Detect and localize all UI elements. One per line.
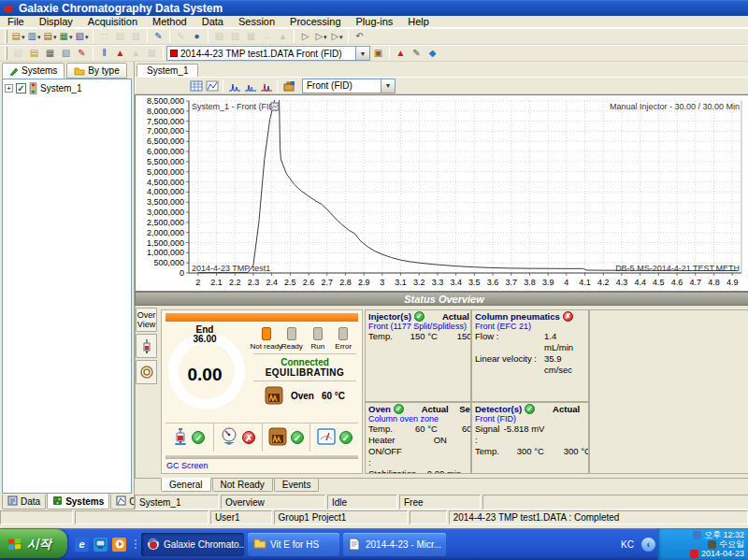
network-icon[interactable] [693, 531, 701, 539]
show-table-button[interactable] [188, 79, 204, 93]
svg-text:DB-5 MS-2014-4-21 TEST.METH: DB-5 MS-2014-4-21 TEST.METH [615, 264, 740, 273]
menu-display[interactable]: Display [32, 16, 80, 28]
tray-chevron-icon[interactable]: ‹ [641, 538, 655, 552]
statusbar-cell: Free [399, 495, 481, 510]
overlay-chromatograms-button[interactable]: ‖ [96, 46, 112, 61]
toolbar-grip[interactable] [5, 47, 7, 60]
overview-side-tab[interactable]: Over View [136, 308, 157, 332]
edit-pen-button[interactable]: ✎ [151, 29, 166, 44]
tab-systems[interactable]: Systems [2, 63, 65, 79]
svg-text:3.6: 3.6 [487, 278, 499, 287]
menu-file[interactable]: File [0, 16, 32, 28]
document-icon [349, 538, 362, 551]
svg-text:4.4: 4.4 [634, 278, 646, 287]
data-properties-button[interactable]: ▣ [370, 46, 386, 61]
row-setpoint: 60 °C [438, 424, 471, 435]
detector-selector[interactable]: Front (FID) ▼ [302, 79, 396, 93]
toolbar-grip[interactable] [5, 30, 7, 43]
oven-icon [268, 427, 287, 448]
explore-3d-button[interactable]: ◆ [424, 46, 440, 61]
menu-acquisition[interactable]: Acquisition [80, 16, 145, 28]
overlay-chromatogram-button[interactable] [242, 79, 258, 93]
single-chromatogram-button[interactable] [226, 79, 242, 93]
injector-side-tab[interactable] [136, 334, 157, 358]
svg-text:4.1: 4.1 [579, 278, 591, 287]
taskbar-task-galaxie-chromato-[interactable]: Galaxie Chromato... [141, 533, 244, 556]
show-chart-button[interactable] [204, 79, 220, 93]
chromatogram-plot[interactable]: 0500,0001,000,0001,500,0002,000,0002,500… [136, 95, 748, 291]
media-player-icon[interactable] [112, 538, 126, 552]
gc-module-signal-dial[interactable]: ✓ [310, 424, 358, 452]
row-actual: 150 °C [393, 331, 438, 342]
menu-plugins[interactable]: Plug-ins [349, 16, 401, 28]
gc-module-pressure-gauge[interactable]: ✗ [214, 424, 263, 452]
row-setpoint: 300 °C [544, 446, 589, 457]
lock-method-button[interactable]: ▦▾ [58, 29, 74, 44]
compare-chromatograms-button[interactable]: ▲ [112, 46, 128, 61]
row-value: 35.9 cm/sec [544, 353, 585, 376]
open-method-button[interactable]: ▤▾ [42, 29, 58, 44]
calculator-button[interactable]: ▦ [42, 46, 58, 61]
svg-text:Manual Injector - 30.00 / 30.0: Manual Injector - 30.00 / 30.00 Min [610, 102, 740, 111]
security-shield-icon[interactable] [690, 550, 698, 558]
status-tab-events[interactable]: Events [274, 479, 320, 492]
system1-checkbox[interactable]: ✓ [16, 83, 26, 93]
status-tab-not-ready[interactable]: Not Ready [212, 479, 273, 492]
taskbar-task-vit-e-for-hs[interactable]: Vit E for HS [248, 533, 339, 556]
expander-icon[interactable]: + [5, 84, 13, 93]
injector-header: Injector(s)✓ActualSetpoint [368, 311, 468, 322]
desktop-icon[interactable] [94, 538, 108, 552]
gc-module-oven[interactable]: ✓ [263, 424, 311, 452]
status-tab-general[interactable]: General [161, 478, 211, 492]
edit-report-button[interactable]: ▤ [26, 46, 42, 61]
chart-properties-button[interactable] [280, 79, 296, 93]
cursor-tool-button[interactable]: ▷ [297, 29, 313, 44]
svg-text:4.8: 4.8 [708, 278, 720, 287]
menu-data[interactable]: Data [194, 16, 231, 28]
signature-button[interactable]: ✎ [74, 46, 90, 61]
menu-processing[interactable]: Processing [282, 16, 348, 28]
svg-text:3.2: 3.2 [413, 278, 425, 287]
statusbar-cell [0, 510, 73, 524]
chevron-down-icon[interactable]: ▼ [381, 79, 395, 93]
export-button[interactable]: ▧▾ [74, 29, 90, 44]
bottom-tab-systems[interactable]: Systems [47, 494, 109, 510]
gc-module-syringe[interactable]: ✓ [165, 424, 214, 452]
title-bar: Galaxie Chromatography Data System [0, 0, 748, 16]
svg-text:2,500,000: 2,500,000 [147, 218, 184, 227]
save-data-button[interactable]: ▥▾ [26, 29, 42, 44]
tab-system1[interactable]: System_1 [137, 64, 198, 77]
ime-tool-icon[interactable] [708, 540, 716, 549]
bottom-tab-label: Systems [65, 496, 104, 507]
ime-indicator[interactable]: KC [613, 539, 641, 550]
traffic-light-icon [29, 82, 37, 94]
tab-by-type[interactable]: By type [66, 63, 126, 79]
review-chromatogram-button[interactable]: ▲ [393, 46, 409, 61]
gc-screen-link[interactable]: GC Screen [162, 459, 362, 473]
start-button[interactable]: 시작 [0, 529, 67, 558]
column-side-tab[interactable] [136, 360, 157, 384]
globe-button[interactable]: ● [189, 29, 205, 44]
svg-text:2.3: 2.3 [248, 278, 260, 287]
menu-session[interactable]: Session [231, 16, 282, 28]
toolbar-separator [93, 30, 94, 43]
chevron-down-icon[interactable]: ▼ [355, 47, 369, 60]
svg-text:3.7: 3.7 [505, 278, 517, 287]
stacked-chromatogram-button[interactable] [258, 79, 274, 93]
peak-cursor-button[interactable]: ▷▾ [313, 29, 329, 44]
undo-button[interactable]: ↶ [352, 29, 367, 44]
range-cursor-button[interactable]: ▷▾ [329, 29, 345, 44]
bottom-tab-data[interactable]: Data [2, 495, 46, 510]
window-title: Galaxie Chromatography Data System [19, 2, 223, 15]
data-file-selector[interactable]: 2014-4-23 TMP test1.DATA Front (FID)▼ [166, 46, 370, 61]
open-data-button[interactable]: ▤▾ [10, 29, 26, 44]
preview-report-button[interactable]: ▧ [58, 46, 74, 61]
tree-item-system1[interactable]: + ✓ System_1 [5, 82, 129, 94]
menu-help[interactable]: Help [400, 16, 437, 28]
taskbar-task-2014-4-23-micr-[interactable]: 2014-4-23 - Micr... [343, 533, 446, 556]
internet-explorer-icon[interactable]: e [75, 538, 89, 552]
svg-text:2.1: 2.1 [210, 278, 223, 287]
manual-integration-button[interactable]: ✎ [409, 46, 424, 61]
chromatogram-chart[interactable]: 0500,0001,000,0001,500,0002,000,0002,500… [135, 94, 748, 292]
menu-method[interactable]: Method [145, 16, 194, 28]
